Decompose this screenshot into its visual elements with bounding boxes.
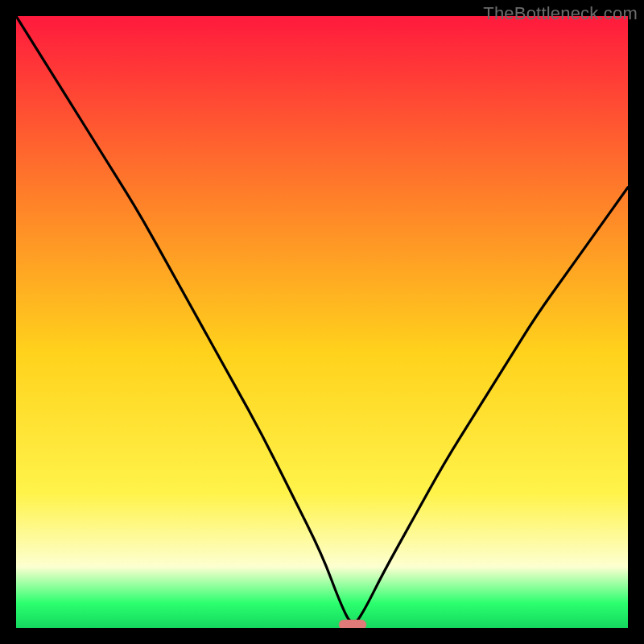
optimal-point-marker xyxy=(339,620,366,628)
gradient-background xyxy=(16,16,628,628)
plot-area xyxy=(16,16,628,628)
chart-frame: TheBottleneck.com xyxy=(0,0,644,644)
plot-svg xyxy=(16,16,628,628)
watermark-text: TheBottleneck.com xyxy=(483,3,638,24)
